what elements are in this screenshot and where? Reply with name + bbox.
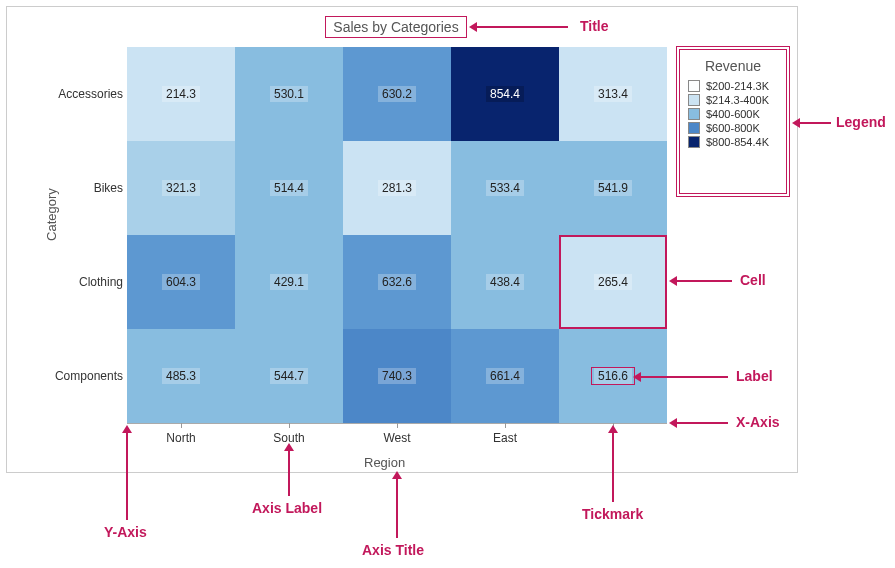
cell-value: 281.3 <box>378 180 416 196</box>
cell-value: 438.4 <box>486 274 524 290</box>
heatmap-cell[interactable]: 541.9 <box>559 141 667 235</box>
x-tick <box>397 423 398 428</box>
x-tick <box>505 423 506 428</box>
x-axis-labels: North South West East <box>127 431 667 451</box>
x-label: East <box>451 431 559 445</box>
heatmap-cell[interactable]: 533.4 <box>451 141 559 235</box>
arrow-icon <box>612 428 614 502</box>
arrow-icon <box>472 26 568 28</box>
arrow-icon <box>672 280 732 282</box>
legend-item: $200-214.3K <box>688 80 778 92</box>
legend-swatch <box>688 108 700 120</box>
legend-item: $800-854.4K <box>688 136 778 148</box>
cell-value: 429.1 <box>270 274 308 290</box>
legend-label: $800-854.4K <box>706 136 769 148</box>
legend-item: $214.3-400K <box>688 94 778 106</box>
cell-value: 514.4 <box>270 180 308 196</box>
heatmap-cell[interactable]: 514.4 <box>235 141 343 235</box>
legend-swatch <box>688 122 700 134</box>
legend-swatch <box>688 94 700 106</box>
x-label: West <box>343 431 451 445</box>
cell-value: 604.3 <box>162 274 200 290</box>
cell-value: 661.4 <box>486 368 524 384</box>
legend-swatch <box>688 80 700 92</box>
legend-title: Revenue <box>688 58 778 74</box>
cell-value: 541.9 <box>594 180 632 196</box>
y-label: Accessories <box>58 87 123 101</box>
x-label: North <box>127 431 235 445</box>
legend-swatch <box>688 136 700 148</box>
annotation-xaxis: X-Axis <box>736 414 780 430</box>
annotation-title: Title <box>580 18 609 34</box>
heatmap-cell[interactable]: 630.2 <box>343 47 451 141</box>
arrow-icon <box>396 474 398 538</box>
arrow-icon <box>126 428 128 520</box>
heatmap-cell[interactable]: 632.6 <box>343 235 451 329</box>
annotation-tickmark: Tickmark <box>582 506 643 522</box>
heatmap-cell[interactable]: 429.1 <box>235 235 343 329</box>
arrow-icon <box>288 446 290 496</box>
legend-label: $214.3-400K <box>706 94 769 106</box>
cell-value: 533.4 <box>486 180 524 196</box>
arrow-icon <box>672 422 728 424</box>
heatmap-cell[interactable]: 604.3 <box>127 235 235 329</box>
cell-value: 530.1 <box>270 86 308 102</box>
heatmap-grid: 214.3 530.1 630.2 854.4 313.4 321.3 514.… <box>127 47 667 423</box>
chart-title: Sales by Categories <box>325 16 467 38</box>
cell-value: 740.3 <box>378 368 416 384</box>
cell-value: 265.4 <box>594 274 632 290</box>
heatmap-cell[interactable]: 661.4 <box>451 329 559 423</box>
heatmap-cell[interactable]: 281.3 <box>343 141 451 235</box>
cell-value: 854.4 <box>486 86 524 102</box>
cell-value: 313.4 <box>594 86 632 102</box>
cell-value: 630.2 <box>378 86 416 102</box>
y-label: Components <box>55 369 123 383</box>
legend-item: $600-800K <box>688 122 778 134</box>
heatmap-cell[interactable]: 313.4 <box>559 47 667 141</box>
y-label: Bikes <box>94 181 123 195</box>
arrow-icon <box>795 122 831 124</box>
heatmap-cell[interactable]: 544.7 <box>235 329 343 423</box>
annotation-cell: Cell <box>740 272 766 288</box>
heatmap-cell[interactable]: 485.3 <box>127 329 235 423</box>
x-tick <box>181 423 182 428</box>
legend-item: $400-600K <box>688 108 778 120</box>
y-axis-labels: Accessories Bikes Clothing Components <box>49 47 127 423</box>
chart-frame: Sales by Categories Category Region Acce… <box>6 6 798 473</box>
heatmap-cell-highlighted[interactable]: 265.4 <box>559 235 667 329</box>
annotation-axis-label: Axis Label <box>252 500 322 516</box>
y-label: Clothing <box>79 275 123 289</box>
annotation-axis-title: Axis Title <box>362 542 424 558</box>
legend-label: $200-214.3K <box>706 80 769 92</box>
heatmap-cell[interactable]: 854.4 <box>451 47 559 141</box>
x-tick <box>289 423 290 428</box>
cell-value: 544.7 <box>270 368 308 384</box>
x-tickmarks <box>127 423 667 429</box>
cell-value: 632.6 <box>378 274 416 290</box>
annotation-label: Label <box>736 368 773 384</box>
heatmap-cell[interactable]: 530.1 <box>235 47 343 141</box>
annotation-legend: Legend <box>836 114 886 130</box>
cell-value: 485.3 <box>162 368 200 384</box>
legend: Revenue $200-214.3K $214.3-400K $400-600… <box>679 49 787 194</box>
cell-value: 214.3 <box>162 86 200 102</box>
heatmap-cell[interactable]: 438.4 <box>451 235 559 329</box>
heatmap-cell[interactable]: 740.3 <box>343 329 451 423</box>
annotation-yaxis: Y-Axis <box>104 524 147 540</box>
legend-label: $400-600K <box>706 108 760 120</box>
arrow-icon <box>636 376 728 378</box>
cell-value: 321.3 <box>162 180 200 196</box>
heatmap-cell[interactable]: 214.3 <box>127 47 235 141</box>
legend-label: $600-800K <box>706 122 760 134</box>
heatmap-cell[interactable]: 321.3 <box>127 141 235 235</box>
